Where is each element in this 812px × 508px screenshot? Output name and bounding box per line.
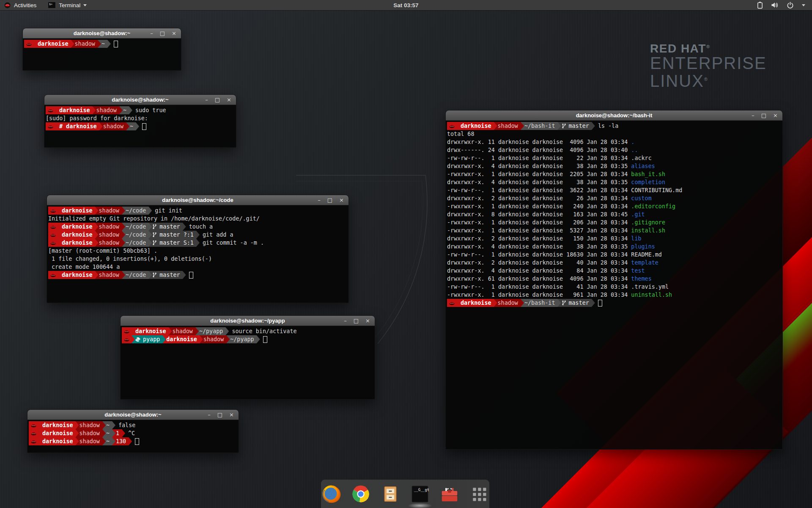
terminal-output-line: total 68 [447,130,782,138]
prompt-user-segment: darknoise [58,231,99,239]
ls-meta: -rw-rw-r--. 1 darknoise darknoise 41 Jan… [447,283,631,291]
terminal-cursor [135,438,139,445]
file-name: plugins [631,243,655,251]
close-button[interactable]: × [339,197,344,203]
prompt-path-segment: ~/bash-it [521,122,561,130]
file-name: . [631,138,634,146]
terminal-content[interactable]: darknoiseshadow~/pyappsource bin/activat… [121,326,375,399]
minimize-button[interactable]: – [150,30,153,36]
prompt-branch-segment: master S:1 [148,239,200,247]
titlebar[interactable]: darknoise@shadow:~ –□× [23,28,181,39]
prompt-user-segment: darknoise [457,122,497,130]
terminal-output-line: -rw-rw-r--. 1 darknoise darknoise 3622 J… [447,186,782,194]
branch-label: master [569,299,589,307]
redhat-icon [50,240,56,245]
prompt-path-segment: ~/code [122,207,152,215]
redhat-icon [31,423,36,428]
dock: __G__gt; [321,480,489,508]
maximize-button[interactable]: □ [160,30,165,36]
chevron-down-icon[interactable] [802,4,805,6]
terminal-cursor [263,336,267,343]
terminal-prompt-line: darknoiseshadow~false [29,421,239,429]
terminal-output-line: -rwxrwxr-x. 1 darknoise darknoise 961 Ja… [447,291,782,299]
terminal-content[interactable]: darknoiseshadow~sudo true[sudo] password… [44,105,236,147]
minimize-button[interactable]: – [752,113,754,118]
maximize-button[interactable]: □ [327,197,332,203]
volume-icon[interactable] [771,2,779,8]
file-name: .editorconfig [631,202,675,210]
close-button[interactable]: × [773,113,778,118]
prompt-path-segment: ~/pyapp [195,327,229,335]
git-branch-icon [562,123,566,129]
terminal-content[interactable]: darknoiseshadow~ [23,39,181,70]
file-name: README.md [631,251,662,259]
terminal-window-pyapp: darknoise@shadow:~/pyapp –□× darknoisesh… [120,315,375,400]
terminal-content[interactable]: darknoiseshadow~falsedarknoiseshadow~1^C… [27,420,239,453]
git-branch-icon [152,240,157,246]
prompt-host-segment: shadow [494,122,524,130]
minimize-button[interactable]: – [344,318,347,323]
dock-item-toolbox[interactable] [439,483,460,505]
app-grid-icon [470,485,488,503]
terminal-content[interactable]: darknoiseshadow~/bash-itmasterls -latota… [446,121,782,449]
git-branch-icon [152,272,157,278]
terminal-prompt-line: darknoiseshadow~sudo true [46,106,236,114]
titlebar[interactable]: darknoise@shadow:~ –□× [27,410,239,420]
prompt-host-segment: shadow [76,437,106,445]
command-text: false [118,421,135,429]
maximize-button[interactable]: □ [217,412,222,417]
titlebar[interactable]: darknoise@shadow:~/pyapp –□× [121,316,375,326]
command-text: ls -la [598,122,618,130]
prompt-host-segment: shadow [169,327,199,335]
clock[interactable]: Sat 03:57 [0,2,812,8]
battery-icon[interactable] [757,1,763,9]
file-name: uninstall.sh [631,291,672,299]
prompt-host-segment: shadow [200,335,230,343]
file-name: CONTRIBUTING.md [631,186,682,194]
close-button[interactable]: × [172,30,176,36]
minimize-button[interactable]: – [208,412,211,417]
window-title: darknoise@shadow:~/bash-it [576,112,653,119]
terminal-output-line: drwxrwxr-x. 2 darknoise darknoise 26 Jan… [447,194,782,202]
branch-label: master S:1 [159,239,194,247]
titlebar[interactable]: darknoise@shadow:~ –□× [44,95,236,105]
prompt-host-segment: shadow [93,106,123,114]
file-name: .travis.yml [631,283,669,291]
prompt-host-segment: shadow [99,122,129,130]
maximize-button[interactable]: □ [354,318,359,323]
power-icon[interactable] [787,2,794,9]
prompt-host-segment: shadow [71,40,101,48]
dock-item-app-grid[interactable] [469,483,489,505]
close-button[interactable]: × [365,318,370,323]
prompt-user-segment: darknoise [58,239,99,247]
maximize-button[interactable]: □ [215,97,220,102]
firefox-icon [321,484,341,504]
dock-item-terminal[interactable]: __G__gt; [410,483,430,505]
terminal-output-line: [sudo] password for darknoise: [46,114,236,122]
command-text: git commit -a -m . [203,239,264,247]
redhat-icon [31,431,36,436]
prompt-host-segment: shadow [95,223,125,231]
terminal-content[interactable]: darknoiseshadow~/codegit initInitialized… [47,205,348,303]
file-name: completion [631,178,665,186]
file-cabinet-icon [381,485,400,503]
git-branch-icon [152,224,157,229]
terminal-window-bash-it: darknoise@shadow:~/bash-it –□× darknoise… [445,110,783,450]
maximize-button[interactable]: □ [761,113,766,118]
dock-item-files[interactable] [380,483,401,505]
titlebar[interactable]: darknoise@shadow:~/bash-it –□× [446,110,782,121]
terminal-cursor [598,300,602,306]
redhat-icon [48,108,53,113]
ls-meta: -rw-rw-r--. 1 darknoise darknoise 3622 J… [447,186,631,194]
minimize-button[interactable]: – [318,197,321,203]
command-text: touch a [189,223,213,231]
close-button[interactable]: × [227,97,231,102]
branch-label: master [159,223,180,231]
redhat-icon [26,41,32,46]
dock-item-chrome[interactable] [351,483,371,505]
ls-meta: drwxrwxr-x. 4 darknoise darknoise 38 Jan… [447,243,631,251]
dock-item-firefox[interactable] [321,483,341,505]
titlebar[interactable]: darknoise@shadow:~/code –□× [47,195,348,205]
close-button[interactable]: × [229,412,234,417]
minimize-button[interactable]: – [205,97,208,102]
